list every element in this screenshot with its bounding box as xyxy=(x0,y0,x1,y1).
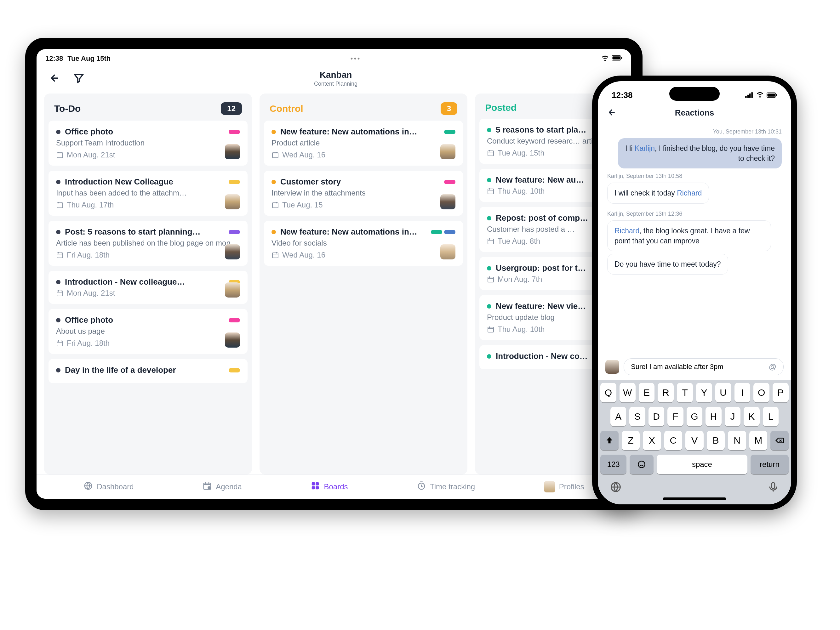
card-date: Mon Aug. 21st xyxy=(56,289,115,298)
assignee-avatar[interactable] xyxy=(225,332,240,348)
chat-messages[interactable]: You, September 13th 10:31Hi Karlijn, I f… xyxy=(598,124,791,354)
assignee-avatar[interactable] xyxy=(225,282,240,298)
key-I[interactable]: I xyxy=(734,383,750,402)
key-H[interactable]: H xyxy=(706,407,721,426)
mic-icon[interactable] xyxy=(767,481,779,494)
key-numbers[interactable]: 123 xyxy=(600,455,627,474)
message-bubble[interactable]: I will check it today Richard xyxy=(607,183,709,203)
message-bubble[interactable]: Do you have time to meet today? xyxy=(607,254,728,274)
nav-time-tracking[interactable]: Time tracking xyxy=(417,481,475,492)
card-date: Fri Aug. 18th xyxy=(56,339,110,348)
card-description: Input has been added to the attachm… xyxy=(56,189,240,197)
card-description: Product article xyxy=(272,139,455,147)
card-title: Office photo xyxy=(65,127,224,137)
key-K[interactable]: K xyxy=(744,407,759,426)
key-W[interactable]: W xyxy=(619,383,636,402)
svg-rect-22 xyxy=(316,486,319,489)
battery-icon xyxy=(612,55,622,63)
tag-pill xyxy=(444,230,455,234)
card[interactable]: Introduction New ColleagueInput has been… xyxy=(49,171,248,216)
key-X[interactable]: X xyxy=(643,431,661,450)
svg-rect-3 xyxy=(57,153,63,158)
timer-icon xyxy=(417,481,426,492)
card[interactable]: Day in the life of a developer xyxy=(49,359,248,383)
svg-rect-4 xyxy=(57,203,63,208)
back-icon[interactable] xyxy=(607,108,617,118)
tag-pills xyxy=(229,318,240,322)
key-M[interactable]: M xyxy=(749,431,767,450)
home-indicator[interactable] xyxy=(663,498,726,500)
card-description: Interview in the attachments xyxy=(272,189,455,197)
key-space[interactable]: space xyxy=(657,455,747,474)
assignee-avatar[interactable] xyxy=(440,144,455,159)
key-V[interactable]: V xyxy=(685,431,704,450)
message-bubble[interactable]: Richard, the blog looks great. I have a … xyxy=(607,220,771,251)
compose-input[interactable]: Sure! I am available after 3pm @ xyxy=(624,358,784,375)
key-D[interactable]: D xyxy=(649,407,664,426)
key-Z[interactable]: Z xyxy=(622,431,640,450)
key-L[interactable]: L xyxy=(763,407,778,426)
key-T[interactable]: T xyxy=(677,383,693,402)
card[interactable]: Introduction - New colleague…Mon Aug. 21… xyxy=(49,271,248,304)
key-R[interactable]: R xyxy=(658,383,674,402)
key-O[interactable]: O xyxy=(753,383,769,402)
svg-rect-30 xyxy=(776,94,777,96)
key-N[interactable]: N xyxy=(728,431,746,450)
key-C[interactable]: C xyxy=(664,431,682,450)
card-description: About us page xyxy=(56,327,240,335)
nav-profiles[interactable]: Profiles xyxy=(544,481,584,492)
mention[interactable]: Richard xyxy=(614,227,639,235)
card[interactable]: Office photoSupport Team IntroductionMon… xyxy=(49,121,248,165)
key-Y[interactable]: Y xyxy=(696,383,712,402)
assignee-avatar[interactable] xyxy=(225,244,240,260)
globe-icon[interactable] xyxy=(610,481,622,494)
card[interactable]: New feature: New automations in…Video fo… xyxy=(264,221,463,266)
key-E[interactable]: E xyxy=(639,383,655,402)
assignee-avatar[interactable] xyxy=(440,244,455,260)
mention[interactable]: Richard xyxy=(677,189,702,197)
iphone-time: 12:38 xyxy=(612,90,633,100)
key-B[interactable]: B xyxy=(707,431,725,450)
card-date: Thu Aug. 10th xyxy=(487,325,545,334)
status-dot xyxy=(56,230,60,234)
assignee-avatar[interactable] xyxy=(225,194,240,209)
svg-rect-21 xyxy=(312,486,315,489)
svg-rect-9 xyxy=(272,203,278,208)
key-P[interactable]: P xyxy=(773,383,789,402)
key-shift[interactable] xyxy=(600,431,619,450)
column-header: To-Do12 xyxy=(44,93,252,121)
nav-agenda[interactable]: Agenda xyxy=(202,481,242,492)
key-U[interactable]: U xyxy=(715,383,731,402)
back-icon[interactable] xyxy=(49,72,60,85)
filter-icon[interactable] xyxy=(73,72,84,85)
svg-rect-5 xyxy=(57,253,63,258)
key-F[interactable]: F xyxy=(667,407,683,426)
header-title: Kanban xyxy=(314,70,357,80)
card[interactable]: New feature: New automations in…Product … xyxy=(264,121,463,165)
message-bubble[interactable]: Hi Karlijn, I finished the blog, do you … xyxy=(618,138,782,169)
card-date: Thu Aug. 17th xyxy=(56,200,114,209)
key-backspace[interactable] xyxy=(771,431,789,450)
key-A[interactable]: A xyxy=(610,407,626,426)
nav-boards[interactable]: Boards xyxy=(311,481,348,492)
status-dot xyxy=(56,130,60,134)
kanban-board[interactable]: To-Do12Office photoSupport Team Introduc… xyxy=(36,93,631,474)
column-title: Control xyxy=(270,103,303,114)
key-J[interactable]: J xyxy=(725,407,741,426)
nav-dashboard[interactable]: Dashboard xyxy=(84,481,134,492)
key-S[interactable]: S xyxy=(629,407,645,426)
card-date: Tue Aug. 8th xyxy=(487,237,540,246)
svg-rect-25 xyxy=(747,95,749,98)
mention-button[interactable]: @ xyxy=(769,362,776,371)
assignee-avatar[interactable] xyxy=(225,144,240,159)
assignee-avatar[interactable] xyxy=(440,194,455,209)
mention[interactable]: Karlijn xyxy=(635,144,655,153)
key-emoji[interactable] xyxy=(630,455,654,474)
card[interactable]: Customer storyInterview in the attachmen… xyxy=(264,171,463,216)
card[interactable]: Post: 5 reasons to start planning…Articl… xyxy=(49,221,248,266)
card[interactable]: Office photoAbout us pageFri Aug. 18th xyxy=(49,309,248,354)
key-Q[interactable]: Q xyxy=(600,383,616,402)
key-G[interactable]: G xyxy=(687,407,703,426)
status-dot xyxy=(487,216,491,220)
key-return[interactable]: return xyxy=(750,455,789,474)
